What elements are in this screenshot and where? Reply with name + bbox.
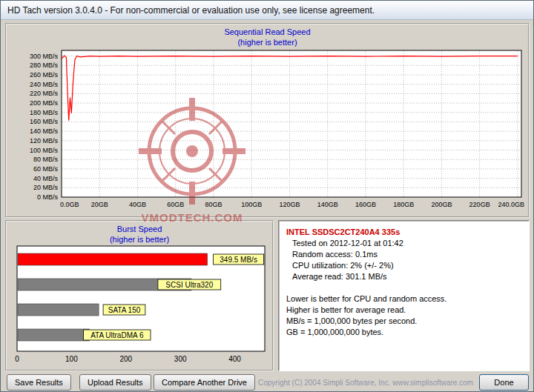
info-line: CPU utilization: 2% (+/- 2%) <box>292 260 521 271</box>
sequential-chart-subtitle: (higher is better) <box>7 37 528 47</box>
y-tick-label: 40 MB/s <box>33 175 59 182</box>
burst-chart-subtitle: (higher is better) <box>7 234 272 245</box>
save-results-button[interactable]: Save Results <box>7 374 71 391</box>
burst-speed-panel: Burst Speed (higher is better) 349.5 MB/… <box>5 220 274 371</box>
info-line: Average read: 301.1 MB/s <box>292 271 521 282</box>
info-line: GB = 1,000,000,000 bytes. <box>286 327 521 338</box>
bar-label: 349.5 MB/s <box>220 256 257 264</box>
x-tick-label: 0.0GB <box>60 201 79 208</box>
x-tick-label: 80GB <box>205 201 222 208</box>
hdtach-window: { "window": { "title": "HD Tach version … <box>0 0 534 392</box>
upload-results-button[interactable]: Upload Results <box>79 374 151 391</box>
window-title: HD Tach version 3.0.4.0 - For non-commer… <box>7 5 375 16</box>
info-spacer <box>286 282 521 293</box>
sequential-read-chart: 300 MB/s280 MB/s260 MB/s240 MB/s220 MB/s… <box>7 47 527 215</box>
info-line: MB/s = 1,000,000 bytes per second. <box>286 316 521 327</box>
bar-label: ATA UltraDMA 6 <box>90 331 144 339</box>
x-tick-label: 180GB <box>393 201 414 208</box>
burst-x-tick-label: 100 <box>65 355 78 363</box>
sequential-chart-title: Sequential Read Speed <box>7 27 528 37</box>
y-tick-label: 180 MB/s <box>30 109 59 116</box>
burst-x-tick-label: 200 <box>119 355 132 363</box>
seq-plot-area <box>62 50 521 197</box>
burst-speed-chart: 349.5 MB/sSCSI Ultra320SATA 150ATA Ultra… <box>7 245 271 371</box>
info-line: Tested on 2012-12-01 at 01:42 <box>292 238 521 249</box>
info-line: Random access: 0.1ms <box>292 249 521 260</box>
bar-label: SCSI Ultra320 <box>165 281 213 289</box>
y-tick-label: 280 MB/s <box>30 62 59 69</box>
y-tick-label: 20 MB/s <box>33 184 59 191</box>
bar-label: SATA 150 <box>108 306 141 314</box>
burst-chart-title: Burst Speed <box>7 224 272 234</box>
y-tick-label: 60 MB/s <box>33 165 59 173</box>
y-tick-label: 80 MB/s <box>33 156 59 163</box>
drive-info-lines: Tested on 2012-12-01 at 01:42Random acce… <box>286 238 521 338</box>
y-tick-label: 300 MB/s <box>30 53 59 60</box>
burst-bar-2 <box>18 304 99 316</box>
burst-bar-0 <box>18 253 208 265</box>
drive-info-panel: INTEL SSDSC2CT240A4 335s Tested on 2012-… <box>278 220 530 371</box>
x-tick-label: 120GB <box>279 201 300 208</box>
info-line: Lower is better for CPU and random acces… <box>286 293 521 305</box>
compare-another-drive-button[interactable]: Compare Another Drive <box>154 374 255 391</box>
drive-name: INTEL SSDSC2CT240A4 335s <box>286 227 521 238</box>
burst-x-tick-label: 0 <box>15 355 19 363</box>
y-tick-label: 120 MB/s <box>30 137 59 144</box>
y-tick-label: 240 MB/s <box>30 81 59 88</box>
copyright-text: Copyright (C) 2004 Simpli Software, Inc.… <box>258 379 473 387</box>
burst-bar-3 <box>18 329 90 341</box>
y-tick-label: 100 MB/s <box>30 147 59 154</box>
x-tick-label: 160GB <box>355 201 376 208</box>
info-line: Higher is better for average read. <box>286 305 521 316</box>
y-tick-label: 0 MB/s <box>37 193 59 201</box>
sequential-read-panel: Sequential Read Speed (higher is better)… <box>5 23 530 218</box>
x-tick-label: 20GB <box>91 201 108 208</box>
x-tick-label: 140GB <box>317 201 338 208</box>
burst-x-tick-label: 400 <box>228 355 241 363</box>
y-tick-label: 220 MB/s <box>30 90 59 97</box>
y-tick-label: 140 MB/s <box>30 127 59 135</box>
x-tick-label: 220GB <box>469 201 490 208</box>
x-tick-label: 100GB <box>241 201 262 208</box>
burst-x-tick-label: 300 <box>174 355 187 363</box>
y-tick-label: 200 MB/s <box>30 99 59 107</box>
y-tick-label: 260 MB/s <box>30 71 59 79</box>
x-tick-label: 240.0GB <box>498 201 524 208</box>
x-tick-label: 200GB <box>431 201 452 208</box>
y-tick-label: 160 MB/s <box>30 118 59 125</box>
title-bar[interactable]: HD Tach version 3.0.4.0 - For non-commer… <box>1 1 533 20</box>
x-tick-label: 40GB <box>129 201 146 208</box>
done-button[interactable]: Done <box>479 374 529 391</box>
x-tick-label: 60GB <box>167 201 184 208</box>
